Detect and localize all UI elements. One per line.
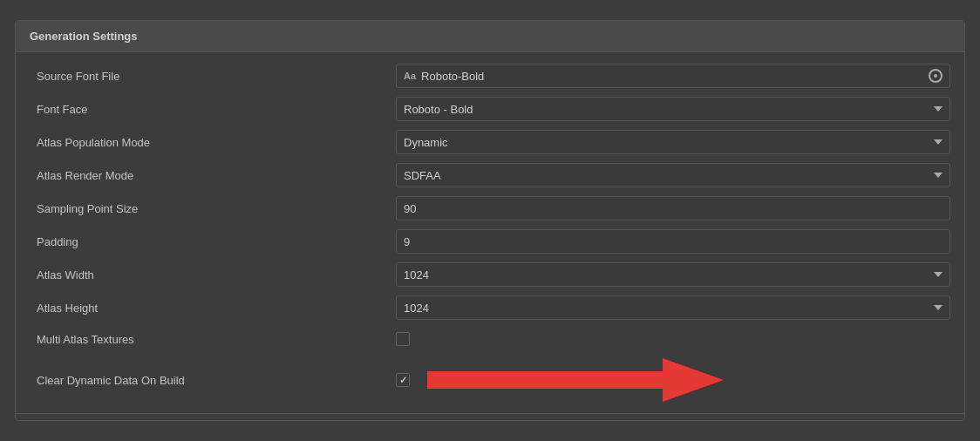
atlas-render-mode-label: Atlas Render Mode: [30, 169, 396, 182]
atlas-render-mode-control: SDFAA: [396, 163, 950, 187]
padding-input[interactable]: 9: [396, 229, 950, 254]
padding-value: 9: [404, 235, 410, 248]
clear-dynamic-data-checkbox[interactable]: [396, 373, 410, 387]
font-face-dropdown[interactable]: Roboto - Bold: [396, 97, 950, 121]
source-font-file-input[interactable]: Aa Roboto-Bold: [396, 64, 950, 88]
padding-row: Padding 9: [16, 225, 964, 258]
arrow-container: [427, 358, 724, 402]
red-arrow-icon: [427, 358, 724, 402]
atlas-height-label: Atlas Height: [30, 302, 396, 315]
panel-footer: [16, 413, 964, 420]
atlas-height-dropdown[interactable]: 1024: [396, 295, 950, 320]
atlas-render-mode-dropdown[interactable]: SDFAA: [396, 163, 950, 187]
multi-atlas-textures-row: Multi Atlas Textures: [16, 324, 964, 354]
source-font-file-row: Source Font File Aa Roboto-Bold: [16, 59, 964, 92]
multi-atlas-textures-label: Multi Atlas Textures: [30, 333, 396, 346]
sampling-point-size-label: Sampling Point Size: [30, 202, 396, 215]
font-type-icon: Aa: [404, 71, 416, 81]
source-font-file-label: Source Font File: [30, 70, 396, 83]
multi-atlas-textures-checkbox-wrapper: [396, 332, 410, 346]
svg-marker-0: [427, 358, 724, 402]
padding-label: Padding: [30, 235, 396, 248]
atlas-height-dropdown-arrow: [934, 305, 943, 310]
padding-control: 9: [396, 229, 950, 254]
clear-dynamic-data-label: Clear Dynamic Data On Build: [30, 374, 396, 387]
atlas-render-mode-dropdown-arrow: [934, 173, 943, 178]
atlas-height-value: 1024: [404, 302, 429, 315]
target-icon[interactable]: [929, 69, 943, 83]
generation-settings-panel: Generation Settings Source Font File Aa …: [15, 20, 965, 421]
clear-dynamic-data-control: [396, 358, 950, 402]
atlas-population-mode-value: Dynamic: [404, 136, 448, 149]
multi-atlas-textures-control: [396, 332, 950, 346]
font-face-value: Roboto - Bold: [404, 103, 473, 116]
sampling-point-size-input[interactable]: 90: [396, 196, 950, 220]
sampling-point-size-row: Sampling Point Size 90: [16, 192, 964, 225]
source-font-file-control: Aa Roboto-Bold: [396, 64, 950, 88]
font-face-dropdown-arrow: [934, 106, 943, 112]
font-face-label: Font Face: [30, 103, 396, 116]
atlas-population-mode-label: Atlas Population Mode: [30, 136, 396, 149]
atlas-population-mode-dropdown-arrow: [934, 139, 943, 145]
atlas-population-mode-control: Dynamic: [396, 130, 950, 154]
clear-dynamic-data-row: Clear Dynamic Data On Build: [16, 354, 964, 406]
atlas-width-dropdown-arrow: [934, 272, 943, 277]
atlas-height-row: Atlas Height 1024: [16, 291, 964, 324]
source-font-name: Roboto-Bold: [421, 70, 929, 83]
sampling-point-size-value: 90: [404, 202, 416, 215]
multi-atlas-textures-checkbox[interactable]: [396, 332, 410, 346]
font-face-row: Font Face Roboto - Bold: [16, 92, 964, 126]
clear-dynamic-data-checkbox-wrapper: [396, 373, 410, 387]
atlas-width-dropdown[interactable]: 1024: [396, 262, 950, 287]
atlas-width-label: Atlas Width: [30, 268, 396, 282]
atlas-width-value: 1024: [404, 268, 429, 282]
atlas-width-control: 1024: [396, 262, 950, 287]
atlas-width-row: Atlas Width 1024: [16, 258, 964, 291]
atlas-render-mode-value: SDFAA: [404, 169, 441, 182]
sampling-point-size-control: 90: [396, 196, 950, 220]
font-face-control: Roboto - Bold: [396, 97, 950, 121]
panel-title: Generation Settings: [16, 21, 964, 52]
panel-body: Source Font File Aa Roboto-Bold Font Fac…: [16, 52, 964, 413]
atlas-population-mode-dropdown[interactable]: Dynamic: [396, 130, 950, 154]
atlas-render-mode-row: Atlas Render Mode SDFAA: [16, 159, 964, 192]
atlas-population-mode-row: Atlas Population Mode Dynamic: [16, 126, 964, 159]
atlas-height-control: 1024: [396, 295, 950, 320]
